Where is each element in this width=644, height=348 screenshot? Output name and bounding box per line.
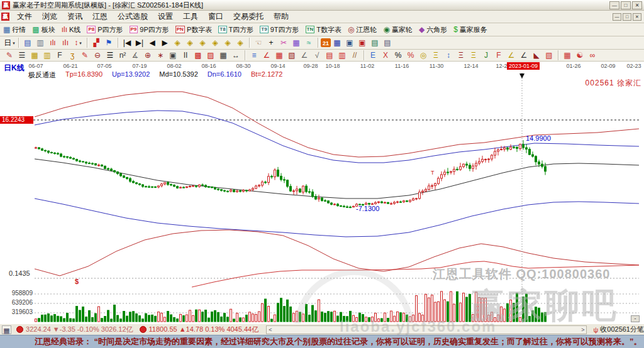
infinity-tool[interactable]: ∞ [586,50,599,61]
hexagon[interactable]: ◆六角形 [419,25,447,35]
gann-wheel[interactable]: ◎江恩轮 [348,25,377,35]
chart-area[interactable]: 日K线 06-0706-2107-0507-1908-0208-1608-300… [0,62,644,324]
dark-angle[interactable]: ∠ [518,50,530,61]
n-square[interactable]: n² [116,50,129,61]
gann-grid-1[interactable]: ▦ [28,50,41,61]
menu-item-交易委托[interactable]: 交易委托 [228,10,269,23]
period-daily[interactable]: 日 ▾ [3,38,16,48]
p-square[interactable]: P8P四方形 [87,25,123,35]
level-lines[interactable]: ≡ [248,50,260,61]
cut-tool[interactable]: ✂ [277,38,290,48]
period-label[interactable]: 日K线 [4,63,25,73]
export-tool[interactable]: ▤ [369,38,381,48]
gann-diamond-h[interactable]: ◈ [221,38,234,48]
scale-updown[interactable]: ↕ ▾ [72,38,84,48]
color-flag[interactable]: ⚑ [103,38,115,48]
angle-measure[interactable]: ∡ [129,50,142,61]
save-image[interactable]: ▣ [356,38,369,48]
band-box-1[interactable]: ▩ [192,50,204,61]
chart-style-candle[interactable]: ▤ [21,38,34,48]
calendar-tool[interactable]: 21 [321,38,331,47]
fib-lines[interactable]: F [53,50,66,61]
wedge-tool[interactable]: ◣ [530,50,543,61]
gold-angle[interactable]: ∠ [505,50,518,61]
hand-tool[interactable]: ☜ [252,38,265,48]
kline-chart[interactable]: ılıK线 [62,25,81,35]
nav-first[interactable]: |◀ [121,38,133,48]
calculator-tool[interactable]: ▦ [331,38,343,48]
spiral-tool[interactable]: ʒ [66,50,79,61]
gold-circle[interactable]: ◎ [417,50,430,61]
minimize-button[interactable]: — [609,1,619,9]
gann-diamond-in[interactable]: ◈ [196,38,209,48]
angle-line[interactable]: ∠ [298,50,311,61]
hline-tool[interactable]: ☰ [16,50,28,61]
gold-section[interactable]: Ξ [430,50,442,61]
close-button[interactable]: ✕ [632,1,642,9]
e-lines[interactable]: E [367,50,379,61]
gann-fan[interactable]: ∠ [260,50,273,61]
sector-blocks[interactable]: ▩板块 [32,25,55,35]
menu-item-浏览[interactable]: 浏览 [37,10,62,23]
sh-index-quote[interactable]: 3224.24 ▼-3.35 -0.10% 3026.12亿 [26,325,133,334]
price-section[interactable]: Ξ [455,50,467,61]
t-square[interactable]: T8T四方形 [218,25,253,35]
yinyang-tool[interactable]: ☯ [574,50,586,61]
paint-tool[interactable]: ▦ [290,38,303,48]
p-number-table[interactable]: PNP数字表 [175,25,212,35]
pencil-tool[interactable]: ✎ [3,50,16,61]
target-circle[interactable]: ⊕ [142,50,154,61]
menu-item-窗口[interactable]: 窗口 [203,10,228,23]
scroll-left-arrow[interactable]: < [267,327,274,333]
menu-item-工具[interactable]: 工具 [178,10,203,23]
t9-square[interactable]: T99T四方形 [260,25,299,35]
marker-pen[interactable]: ✎ [79,50,91,61]
shade-box[interactable]: ▧ [286,50,298,61]
menu-item-江恩[interactable]: 江恩 [87,10,113,23]
picture-box[interactable]: ▣ [167,50,179,61]
grid-box[interactable]: ▦ [217,50,230,61]
check-line[interactable]: √ [311,50,323,61]
maximize-button[interactable]: □ [621,1,631,9]
pane-collapse-button[interactable]: - [631,315,640,322]
gold-section-2[interactable]: Ξ [467,50,480,61]
kline-settings[interactable]: ▞ [90,38,103,48]
mdi-close-button[interactable]: ✕ [633,13,641,21]
mdi-restore-button[interactable]: □ [623,13,631,21]
multi-grid[interactable]: ▦ [561,50,574,61]
gann-diamond-lr[interactable]: ◈ [171,38,184,48]
percent-line[interactable]: % [404,50,417,61]
menu-item-设置[interactable]: 设置 [153,10,178,23]
nav-prev[interactable]: ◀ [146,38,158,48]
j-angle[interactable]: J [480,50,492,61]
box-x[interactable]: ▧ [543,50,555,61]
print-tool[interactable]: ▤ [381,38,394,48]
menu-item-文件[interactable]: 文件 [12,10,37,23]
band-box-2[interactable]: ▨ [204,50,217,61]
nav-next[interactable]: ▶ [158,38,171,48]
menu-item-资讯[interactable]: 资讯 [62,10,87,23]
slash-lines[interactable]: // [348,50,361,61]
h-span[interactable]: ↔ [230,50,242,61]
mdi-minimize-button[interactable]: — [613,13,621,21]
menu-item-公式选股[interactable]: 公式选股 [113,10,153,23]
nav-last[interactable]: ▶| [133,38,146,48]
wave-tool[interactable]: ≈ [303,38,315,48]
crosshair-tool[interactable]: + [265,38,277,48]
ud-pen[interactable]: ↕ [442,50,455,61]
chart-style-note[interactable]: ▥ [34,38,47,48]
note-save[interactable]: ▣ [343,38,356,48]
f-angle[interactable]: F [492,50,505,61]
winner-wheel[interactable]: ◉赢家轮 [383,25,412,35]
cycle-circle[interactable]: ⊖ [91,50,104,61]
t-number-table[interactable]: TNT数字表 [306,25,341,35]
red-cols[interactable]: ▥ [336,50,348,61]
quote-table[interactable]: ▦行情 [3,25,26,35]
red-grid[interactable]: ▦ [273,50,286,61]
chart-scrollbar[interactable]: < > [266,325,587,334]
gann-diamond-ud[interactable]: ◈ [184,38,196,48]
x-percent[interactable]: X [379,50,392,61]
p9-square[interactable]: P99P四方形 [130,25,169,35]
tick-marks[interactable]: II [179,50,192,61]
percent-tool[interactable]: % [392,50,404,61]
